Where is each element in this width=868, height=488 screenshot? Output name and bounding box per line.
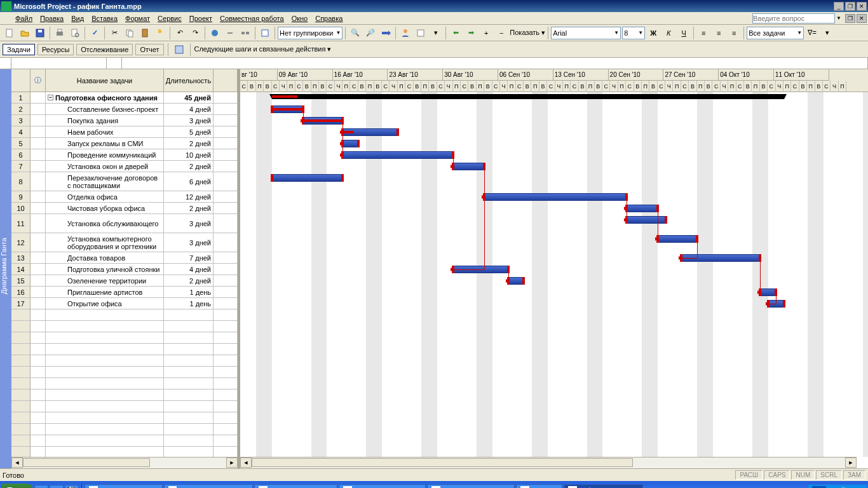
- task-name-cell[interactable]: Установка обслуживающего: [46, 214, 164, 233]
- doc-close-button[interactable]: ✕: [857, 14, 867, 23]
- split-icon[interactable]: [238, 26, 252, 40]
- table-row[interactable]: 5Запуск рекламы в СМИ2 дней: [11, 138, 238, 149]
- help-dropdown-icon[interactable]: ▼: [836, 15, 841, 21]
- row-number[interactable]: 3: [11, 115, 31, 126]
- task-name-cell[interactable]: Доставка товаров: [46, 252, 164, 263]
- quicklaunch-save-icon[interactable]: 💾: [65, 485, 79, 489]
- table-row[interactable]: 15Озеленение территории2 дней: [11, 275, 238, 287]
- hidesubtasks-icon[interactable]: −: [494, 26, 508, 40]
- info-icon[interactable]: [258, 26, 272, 40]
- zoomout-icon[interactable]: 🔎: [363, 26, 377, 40]
- table-row[interactable]: 8Перезаключение договоров с поставщиками…: [11, 172, 238, 191]
- duration-cell[interactable]: 2 дней: [164, 161, 214, 172]
- row-number[interactable]: 9: [11, 191, 31, 202]
- header-name[interactable]: Название задачи: [46, 69, 164, 92]
- minimize-button[interactable]: _: [834, 2, 844, 11]
- table-row[interactable]: [11, 344, 238, 355]
- showsubtasks-icon[interactable]: +: [479, 26, 493, 40]
- grouping-dropdown[interactable]: Нет группировки▼: [278, 27, 342, 39]
- menu-file[interactable]: Файл: [11, 15, 36, 22]
- table-row[interactable]: [11, 367, 238, 378]
- row-number[interactable]: 15: [11, 275, 31, 286]
- print-icon[interactable]: [53, 26, 67, 40]
- row-number[interactable]: 5: [11, 138, 31, 149]
- table-row[interactable]: 9Отделка офиса12 дней: [11, 191, 238, 203]
- task-name-cell[interactable]: Подготовка уличной стоянки: [46, 264, 164, 274]
- table-row[interactable]: [11, 424, 238, 435]
- fontsize-dropdown[interactable]: 8▼: [622, 27, 645, 39]
- task-name-cell[interactable]: Проведение коммуникаций: [46, 149, 164, 160]
- open-icon[interactable]: [18, 26, 32, 40]
- show-dropdown[interactable]: Показать ▾: [510, 29, 545, 37]
- task-name-cell[interactable]: Покупка здания: [46, 115, 164, 126]
- table-row[interactable]: 14Подготовка уличной стоянки4 дней: [11, 264, 238, 275]
- header-extra[interactable]: [214, 69, 238, 92]
- scroll-left-icon[interactable]: ◄: [11, 458, 23, 468]
- row-number[interactable]: 13: [11, 252, 31, 263]
- duration-cell[interactable]: 12 дней: [164, 191, 214, 202]
- table-row[interactable]: [11, 309, 238, 321]
- table-row[interactable]: [11, 378, 238, 390]
- menu-collab[interactable]: Совместная работа: [216, 15, 288, 22]
- task-name-cell[interactable]: Открытие офиса: [46, 298, 164, 309]
- cut-icon[interactable]: ✂: [107, 26, 121, 40]
- header-info-icon[interactable]: ⓘ: [31, 69, 46, 92]
- duration-cell[interactable]: 1 день: [164, 298, 214, 309]
- assign-icon[interactable]: [414, 26, 428, 40]
- menu-window[interactable]: Окно: [288, 15, 312, 22]
- row-number[interactable]: 7: [11, 161, 31, 172]
- autofilter-icon[interactable]: ∇=: [805, 26, 819, 40]
- doc-restore-button[interactable]: ❐: [845, 14, 855, 23]
- table-row[interactable]: 16Приглашение артистов1 день: [11, 287, 238, 298]
- table-row[interactable]: [11, 401, 238, 412]
- format-painter-icon[interactable]: [153, 26, 167, 40]
- duration-cell[interactable]: 2 дней: [164, 203, 214, 214]
- table-row[interactable]: 2Составление бизнес-проект4 дней: [11, 104, 238, 115]
- table-row[interactable]: [11, 332, 238, 344]
- underline-icon[interactable]: Ч: [677, 26, 691, 40]
- taskbar-item[interactable]: WДокумент2 - Micros...: [427, 484, 514, 488]
- table-row[interactable]: 4Наем рабочих5 дней: [11, 126, 238, 138]
- task-bar[interactable]: [627, 205, 658, 212]
- table-row[interactable]: [11, 435, 238, 447]
- bold-icon[interactable]: Ж: [646, 26, 660, 40]
- duration-cell[interactable]: 2 дней: [164, 138, 214, 149]
- menu-project[interactable]: Проект: [186, 15, 216, 22]
- view-side-tab[interactable]: Диаграмма Ганта: [0, 69, 11, 468]
- gscroll-right-icon[interactable]: ►: [845, 458, 857, 468]
- task-bar[interactable]: [272, 174, 343, 182]
- task-bar[interactable]: [453, 163, 485, 170]
- row-number[interactable]: 17: [11, 298, 31, 309]
- close-button[interactable]: ✕: [857, 2, 867, 11]
- table-row[interactable]: 12Установка компьютерного оборудования и…: [11, 233, 238, 252]
- table-row[interactable]: 7Установка окон и дверей2 дней: [11, 161, 238, 172]
- taskbar-item[interactable]: PПроект1: [516, 484, 562, 488]
- task-bar[interactable]: [508, 277, 524, 285]
- preview-icon[interactable]: [68, 26, 82, 40]
- taskbar-item[interactable]: W!!!!! Курсовая гот...: [85, 484, 162, 488]
- task-name-cell[interactable]: Составление бизнес-проект: [46, 104, 164, 114]
- taskbar-item[interactable]: WКУРсАЧ ПРОЕКТЫ ...: [164, 484, 253, 488]
- taskbar-item[interactable]: XMicrosoft Excel - Кн...: [339, 484, 426, 488]
- task-bar[interactable]: [342, 151, 453, 159]
- table-row[interactable]: 11Установка обслуживающего3 дней: [11, 214, 238, 233]
- task-name-cell[interactable]: Наем рабочих: [46, 126, 164, 137]
- guide-icon[interactable]: [172, 43, 186, 57]
- duration-cell[interactable]: 45 дней: [164, 92, 214, 103]
- task-name-cell[interactable]: Установка окон и дверей: [46, 161, 164, 172]
- timescale[interactable]: вг '1009 Авг '1016 Авг '1023 Авг '1030 А…: [240, 69, 868, 92]
- task-name-cell[interactable]: Приглашение артистов: [46, 287, 164, 297]
- duration-cell[interactable]: 4 дней: [164, 264, 214, 274]
- header-duration[interactable]: Длительность: [164, 69, 214, 92]
- restore-button[interactable]: ❐: [845, 2, 855, 11]
- unlink-icon[interactable]: [223, 26, 237, 40]
- table-row[interactable]: [11, 390, 238, 401]
- task-name-cell[interactable]: Отделка офиса: [46, 191, 164, 202]
- row-number[interactable]: 4: [11, 126, 31, 137]
- help-search-input[interactable]: [752, 13, 835, 24]
- task-name-cell[interactable]: Установка компьютерного оборудования и о…: [46, 233, 164, 252]
- table-row[interactable]: [11, 321, 238, 332]
- table-row[interactable]: 1−Подготовка офисного здания45 дней: [11, 92, 238, 104]
- redo-icon[interactable]: ↷: [188, 26, 202, 40]
- mode-tasks[interactable]: Задачи: [3, 44, 35, 55]
